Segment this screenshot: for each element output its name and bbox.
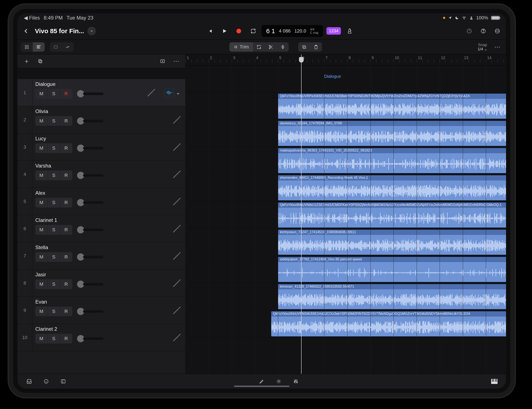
audio-region[interactable]: QkFoYklxc0hhUVFNSWJlSE1Hd3JCOU3ekY0PS0tM…: [271, 311, 506, 336]
record-enable-button[interactable]: R: [60, 198, 72, 208]
solo-button[interactable]: S: [48, 89, 60, 99]
track-header-row[interactable]: 10 Clarinet 2 M S R: [18, 324, 185, 351]
info-button[interactable]: [41, 376, 51, 387]
solo-button[interactable]: S: [48, 198, 60, 208]
track-name[interactable]: Alex: [35, 190, 165, 196]
mixer-sliders-button[interactable]: [290, 376, 301, 387]
record-enable-button[interactable]: R: [60, 171, 72, 180]
back-button[interactable]: [21, 26, 31, 36]
track-header-row[interactable]: 5 Alex M S R: [18, 188, 185, 215]
solo-button[interactable]: S: [48, 171, 60, 180]
play-button[interactable]: [219, 26, 229, 36]
piano-button[interactable]: [489, 376, 500, 387]
sidebar-toggle-button[interactable]: [58, 376, 68, 387]
mute-button[interactable]: M: [35, 171, 48, 180]
volume-fader[interactable]: [77, 172, 104, 179]
timeline-lane[interactable]: davieslucy_50244_17478594_IMG_0766: [186, 120, 506, 147]
view-tracks-button[interactable]: [33, 42, 45, 52]
mute-button[interactable]: M: [35, 116, 48, 126]
mute-button[interactable]: M: [35, 334, 48, 344]
record-enable-button[interactable]: R: [60, 143, 72, 153]
marquee-tool-button[interactable]: [50, 42, 62, 52]
solo-button[interactable]: S: [48, 143, 60, 153]
metronome-button[interactable]: [344, 26, 355, 36]
solo-button[interactable]: S: [48, 307, 60, 316]
mute-button[interactable]: M: [35, 198, 48, 208]
expand-button[interactable]: ⌄: [176, 89, 180, 96]
track-header-row[interactable]: 6 Clarinet 1 M S R: [18, 215, 185, 242]
solo-button[interactable]: S: [48, 225, 60, 235]
volume-fader[interactable]: [77, 308, 104, 315]
track-header-row[interactable]: 4 Varsha M S R: [18, 161, 185, 188]
record-enable-button[interactable]: R: [60, 307, 72, 316]
go-to-start-button[interactable]: [205, 26, 215, 36]
track-name[interactable]: Lucy: [35, 136, 165, 142]
audio-region[interactable]: siddiquijasir_27782_17412408_Vivo 85 per…: [278, 257, 506, 282]
split-button[interactable]: [265, 42, 277, 52]
mute-button[interactable]: M: [35, 89, 48, 99]
input-monitor-button[interactable]: [165, 88, 174, 97]
volume-fader[interactable]: [77, 335, 104, 342]
timeline-lane[interactable]: QkFoYklxc0hhUVRPeXl4SE1Hd3JCNk5BekY0PS0t…: [186, 93, 506, 120]
volume-fader[interactable]: [77, 117, 104, 125]
audio-region[interactable]: QkFoYklxc0hhUVNibU1ZSE1Hd3JCMDFKekY0PS0t…: [278, 202, 506, 228]
audio-region[interactable]: QkFoYklxc0hhUVRPeXl4SE1Hd3JCNk5BekY0PS0t…: [278, 93, 506, 119]
record-enable-button[interactable]: R: [60, 89, 72, 99]
loop-region-button[interactable]: [253, 42, 265, 52]
time-ruler[interactable]: 123456789101112131415: [186, 55, 506, 65]
timeline-area[interactable]: 123456789101112131415 DialogueQkFoYklxc0…: [186, 55, 506, 374]
audio-region[interactable]: kimevan_41328_17465022_1590153592.554071: [278, 284, 506, 309]
playhead[interactable]: [301, 55, 302, 374]
duplicate-track-button[interactable]: [35, 56, 46, 66]
select-multiple-button[interactable]: [298, 42, 310, 52]
track-header-row[interactable]: 9 Evan M S R: [18, 297, 185, 324]
solo-button[interactable]: S: [48, 279, 60, 289]
volume-fader[interactable]: [77, 281, 104, 288]
mute-button[interactable]: M: [35, 143, 48, 153]
snap-menu[interactable]: Snap 1/4 ⌄: [478, 43, 487, 51]
audio-region[interactable]: davieslucy_50244_17478594_IMG_0766: [278, 121, 506, 146]
timeline-lane[interactable]: Dialogue: [186, 65, 506, 93]
pencil-button[interactable]: [256, 376, 267, 387]
trim-button[interactable]: Trim: [229, 42, 253, 52]
audio-region[interactable]: kimhyoeun_73247_17414519_1590084936.2061…: [278, 230, 506, 255]
track-header-row[interactable]: 3 Lucy M S R: [18, 134, 185, 161]
tuner-button[interactable]: [464, 26, 475, 36]
move-button[interactable]: [277, 42, 289, 52]
status-back-app[interactable]: ◀ Files: [24, 15, 40, 21]
track-header-row[interactable]: 8 Jasir M S R: [18, 270, 185, 297]
timeline-lane[interactable]: kimevan_41328_17465022_1590153592.554071: [186, 283, 506, 310]
view-grid-button[interactable]: [21, 42, 33, 52]
timeline-lane[interactable]: kimhyoeun_73247_17414519_1590084936.2061…: [186, 229, 506, 256]
track-name[interactable]: Clarinet 2: [35, 326, 165, 332]
mute-button[interactable]: M: [35, 252, 48, 262]
title-dropdown-button[interactable]: [87, 27, 96, 35]
timeline-lane[interactable]: QkFoYklxc0hhUVFNSWJlSE1Hd3JCOU3ekY0PS0tM…: [186, 310, 506, 337]
mute-button[interactable]: M: [35, 225, 48, 235]
track-name[interactable]: Varsha: [35, 163, 165, 169]
project-title[interactable]: Vivo 85 for Fin...: [35, 27, 84, 35]
record-enable-button[interactable]: R: [60, 334, 72, 344]
track-name[interactable]: Evan: [35, 299, 165, 305]
count-in-button[interactable]: 1234: [326, 27, 341, 35]
volume-fader[interactable]: [77, 253, 104, 261]
volume-fader[interactable]: [77, 145, 104, 152]
solo-button[interactable]: S: [48, 116, 60, 126]
volume-fader[interactable]: [77, 199, 104, 206]
mute-button[interactable]: M: [35, 279, 48, 289]
brightness-button[interactable]: [274, 376, 284, 387]
record-enable-button[interactable]: R: [60, 279, 72, 289]
volume-fader[interactable]: [77, 90, 104, 97]
help-button[interactable]: [478, 26, 489, 36]
track-name[interactable]: Dialogue: [35, 81, 140, 87]
lcd-display[interactable]: 6 1 4 086 120.0 4/4 C maj: [262, 25, 323, 37]
timeline-lane[interactable]: siddiquijasir_27782_17412408_Vivo 85 per…: [186, 256, 506, 283]
record-enable-button[interactable]: R: [60, 116, 72, 126]
mute-button[interactable]: M: [35, 307, 48, 316]
track-name[interactable]: Olivia: [35, 109, 165, 114]
timeline-lane[interactable]: makkapativarsha_86363_17461501_VID_20200…: [186, 147, 506, 174]
cycle-button[interactable]: [248, 26, 258, 36]
timeline-lane[interactable]: shemeralex_64811_17446005_Recording Week…: [186, 174, 506, 201]
solo-button[interactable]: S: [48, 334, 60, 344]
track-options-button[interactable]: ⋯: [171, 56, 181, 66]
